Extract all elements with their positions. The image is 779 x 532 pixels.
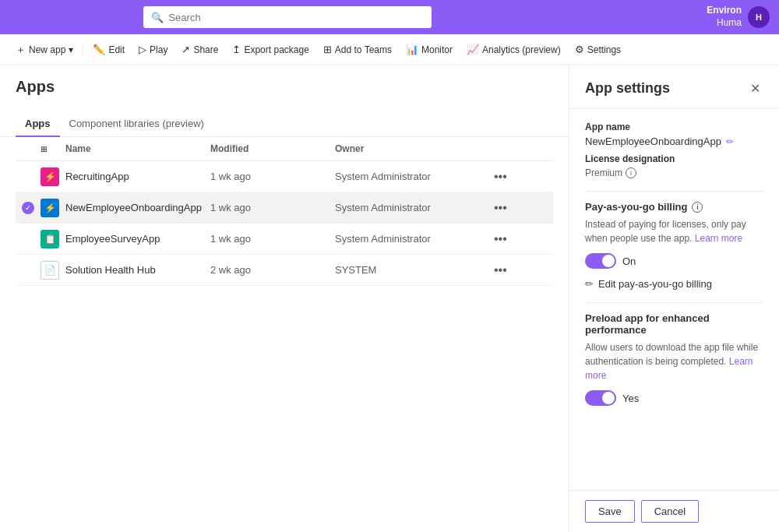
tab-component-libraries[interactable]: Component libraries (preview)	[60, 111, 213, 137]
row-modified: 1 wk ago	[210, 171, 335, 182]
export-icon: ↥	[232, 44, 241, 55]
apps-panel: Apps Apps Component libraries (preview) …	[0, 65, 569, 532]
env-name: Environ	[707, 5, 742, 17]
cancel-button[interactable]: Cancel	[641, 500, 699, 523]
plus-icon: ＋	[16, 43, 26, 57]
settings-button[interactable]: ⚙ Settings	[569, 39, 627, 61]
top-right: Environ Huma H	[707, 5, 770, 29]
avatar: H	[748, 6, 770, 28]
payg-toggle[interactable]	[585, 253, 616, 269]
row-owner: System Administrator	[335, 171, 491, 182]
side-panel: App settings ✕ App name NewEmployeeOnboa…	[569, 65, 779, 532]
payg-description: Instead of paying for licenses, only pay…	[585, 217, 763, 245]
grid-icon: ⊞	[41, 145, 47, 153]
col-modified-header: Modified	[210, 143, 335, 154]
more-button[interactable]: •••	[491, 263, 510, 277]
share-icon: ↗	[182, 44, 190, 55]
row-icon: ⚡	[41, 167, 65, 186]
row-check: ✓	[16, 202, 41, 214]
col-icon: ⊞	[41, 143, 65, 154]
chevron-down-icon: ▾	[69, 44, 73, 55]
selected-check: ✓	[22, 202, 34, 214]
table-row[interactable]: 📄 Solution Health Hub 2 wk ago SYSTEM ••…	[16, 255, 553, 286]
toolbar: ＋ New app ▾ ✏️ Edit ▷ Play ↗ Share ↥ Exp…	[0, 34, 779, 65]
preload-description: Allow users to download the app file whi…	[585, 340, 763, 382]
monitor-icon: 📊	[406, 44, 418, 55]
row-owner: System Administrator	[335, 202, 491, 213]
more-button[interactable]: •••	[491, 232, 510, 246]
table-row[interactable]: ✓ ⚡ NewEmployeeOnboardingApp 1 wk ago Sy…	[16, 192, 553, 224]
row-name: NewEmployeeOnboardingApp	[65, 202, 210, 213]
app-icon: 📋	[41, 230, 59, 248]
export-package-button[interactable]: ↥ Export package	[226, 39, 315, 61]
row-name: EmployeeSurveyApp	[65, 233, 210, 245]
gear-icon: ⚙	[575, 44, 584, 55]
table-row[interactable]: 📋 EmployeeSurveyApp 1 wk ago System Admi…	[16, 224, 553, 255]
license-value: Premium i	[585, 167, 763, 178]
payg-toggle-row: On	[585, 253, 763, 269]
row-name: RecruitingApp	[65, 171, 210, 182]
user-name: Huma	[707, 17, 742, 30]
more-button[interactable]: •••	[491, 201, 510, 215]
license-label: License designation	[585, 153, 763, 164]
table-row[interactable]: ⚡ RecruitingApp 1 wk ago System Administ…	[16, 161, 553, 192]
row-owner: SYSTEM	[335, 264, 491, 276]
side-panel-body: App name NewEmployeeOnboardingApp ✏ Lice…	[569, 109, 779, 490]
app-icon: ⚡	[41, 199, 59, 217]
side-panel-footer: Save Cancel	[569, 490, 779, 532]
row-name: Solution Health Hub	[65, 264, 210, 276]
main-content: Apps Apps Component libraries (preview) …	[0, 65, 779, 532]
pencil-icon: ✏	[585, 278, 594, 290]
share-button[interactable]: ↗ Share	[175, 39, 224, 61]
env-info: Environ Huma	[707, 5, 742, 29]
preload-toggle-label: Yes	[622, 393, 639, 404]
app-name-edit-icon[interactable]: ✏	[726, 136, 734, 147]
play-icon: ▷	[139, 44, 146, 55]
search-input[interactable]	[168, 12, 424, 23]
search-box[interactable]: 🔍	[143, 6, 432, 28]
app-icon: ⚡	[41, 167, 59, 186]
preload-toggle-row: Yes	[585, 390, 763, 406]
more-button[interactable]: •••	[491, 170, 510, 184]
side-panel-title: App settings	[585, 80, 670, 97]
edit-billing-button[interactable]: ✏ Edit pay-as-you-go billing	[585, 275, 712, 293]
payg-learn-more-link[interactable]: Learn more	[695, 233, 742, 244]
monitor-button[interactable]: 📊 Monitor	[400, 39, 459, 61]
save-button[interactable]: Save	[585, 500, 635, 523]
row-modified: 1 wk ago	[210, 202, 335, 213]
toolbar-separator	[83, 42, 83, 58]
row-more: •••	[491, 263, 553, 277]
payg-toggle-label: On	[622, 255, 636, 267]
teams-icon: ⊞	[323, 44, 332, 55]
row-modified: 2 wk ago	[210, 264, 335, 276]
row-owner: System Administrator	[335, 233, 491, 245]
tab-apps[interactable]: Apps	[16, 111, 60, 137]
table-header: ⊞ Name Modified Owner	[16, 137, 553, 161]
row-icon: ⚡	[41, 199, 65, 217]
edit-icon: ✏️	[93, 44, 105, 55]
new-app-button[interactable]: ＋ New app ▾	[9, 39, 79, 61]
app-icon: 📄	[41, 261, 59, 280]
row-icon: 📄	[41, 261, 65, 280]
divider-2	[585, 302, 763, 303]
analytics-icon: 📈	[467, 44, 479, 55]
payg-info-icon[interactable]: i	[692, 202, 703, 213]
panel-header: Apps	[0, 65, 569, 111]
row-more: •••	[491, 232, 553, 246]
table-rows: ⚡ RecruitingApp 1 wk ago System Administ…	[16, 161, 553, 286]
col-name-header: Name	[65, 143, 210, 154]
preload-toggle[interactable]	[585, 390, 616, 406]
play-button[interactable]: ▷ Play	[132, 39, 174, 61]
close-panel-button[interactable]: ✕	[747, 78, 763, 99]
row-modified: 1 wk ago	[210, 233, 335, 245]
row-icon: 📋	[41, 230, 65, 248]
add-to-teams-button[interactable]: ⊞ Add to Teams	[317, 39, 398, 61]
app-name-label: App name	[585, 122, 763, 132]
divider-1	[585, 191, 763, 192]
tabs: Apps Component libraries (preview)	[0, 111, 569, 137]
edit-button[interactable]: ✏️ Edit	[86, 39, 131, 61]
analytics-button[interactable]: 📈 Analytics (preview)	[460, 39, 567, 61]
license-info-icon[interactable]: i	[626, 167, 636, 178]
top-bar: 🔍 Environ Huma H	[0, 0, 779, 34]
payg-section-title: Pay-as-you-go billing i	[585, 201, 763, 213]
